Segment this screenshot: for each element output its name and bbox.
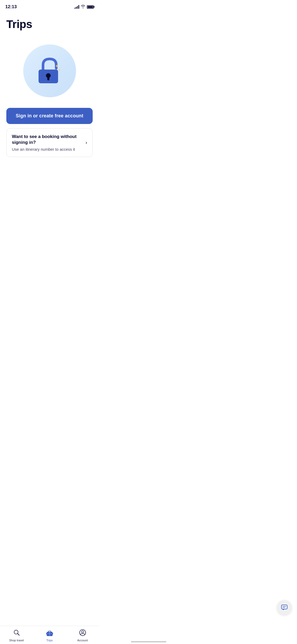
sign-in-button[interactable]: Sign in or create free account [6,108,93,124]
buttons-container: Sign in or create free account Want to s… [0,108,99,157]
svg-rect-2 [47,77,49,80]
wifi-icon [81,5,85,9]
svg-text:✦: ✦ [58,68,60,71]
illustration-container: ✦ ✦ [0,39,99,108]
booking-card-subtitle: Use an itinerary number to access it [12,147,82,151]
booking-card[interactable]: Want to see a booking without signing in… [6,128,93,157]
battery-icon [87,5,94,9]
status-time: 12:13 [5,4,17,10]
booking-card-title: Want to see a booking without signing in… [12,134,82,145]
signal-icon [74,5,79,9]
status-icons [74,5,94,9]
status-bar: 12:13 [0,0,99,12]
chevron-right-icon: › [86,140,87,145]
svg-text:✦: ✦ [55,63,59,69]
page-title: Trips [0,12,99,39]
lock-icon: ✦ ✦ [34,55,65,87]
illustration-circle: ✦ ✦ [23,44,76,97]
